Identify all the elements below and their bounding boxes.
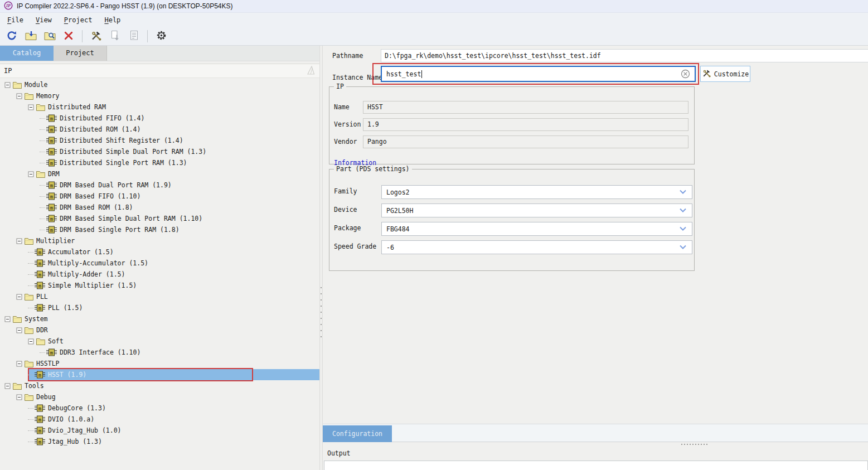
menu-project[interactable]: Project (58, 14, 99, 26)
folder-icon (25, 360, 33, 367)
tree-item-jtag-hub-1-3[interactable]: mJtag_Hub (1.3) (0, 436, 319, 447)
filter-icon[interactable] (306, 64, 316, 78)
tab-configuration[interactable]: Configuration (323, 425, 392, 442)
folder-import-icon (25, 31, 37, 42)
tree-item-pll-1-5[interactable]: mPLL (1.5) (0, 302, 319, 313)
ip-chip-icon: m (46, 114, 57, 122)
menu-help[interactable]: Help (98, 14, 127, 26)
output-console: Initializing ... (324, 461, 868, 470)
pathname-field[interactable]: D:\fpga_rk\demo\hsst_test\ipcore\hsst_te… (381, 49, 868, 62)
instance-name-label: Instance Name (332, 74, 382, 81)
svg-text:m: m (38, 306, 41, 311)
tree-item-drm-based-dual-port-ram-1-9[interactable]: mDRM Based Dual Port RAM (1.9) (0, 180, 319, 191)
collapse-icon[interactable] (4, 383, 11, 389)
tree-item-accumulator-1-5[interactable]: mAccumulator (1.5) (0, 246, 319, 258)
app-logo-icon: IP (4, 1, 13, 12)
tree-item-label: DDR (36, 326, 48, 334)
tree-item-drm-based-fifo-1-10[interactable]: mDRM Based FIFO (1.10) (0, 191, 319, 202)
tree-item-distributed-fifo-1-4[interactable]: mDistributed FIFO (1.4) (0, 113, 319, 124)
tree-item-ddr3-interface-1-10[interactable]: mDDR3 Interface (1.10) (0, 347, 319, 358)
menu-view[interactable]: View (30, 14, 58, 26)
tree-item-label: System (25, 315, 48, 323)
settings-button[interactable] (154, 29, 168, 43)
tree-item-dvio-jtag-hub-1-0[interactable]: mDvio_Jtag_Hub (1.0) (0, 425, 319, 436)
tree-item-distributed-rom-1-4[interactable]: mDistributed ROM (1.4) (0, 124, 319, 135)
tree-item-distributed-simple-dual-port-ram-1-3[interactable]: mDistributed Simple Dual Port RAM (1.3) (0, 146, 319, 157)
collapse-icon[interactable] (28, 104, 34, 110)
collapse-icon[interactable] (16, 238, 22, 244)
tab-project[interactable]: Project (54, 46, 107, 61)
delete-button[interactable] (61, 29, 76, 43)
svg-text:m: m (50, 205, 53, 211)
tree-item-distributed-single-port-ram-1-3[interactable]: mDistributed Single Port RAM (1.3) (0, 157, 319, 168)
tree-item-drm-based-single-port-ram-1-8[interactable]: mDRM Based Single Port RAM (1.8) (0, 224, 319, 235)
tree-item-label: PLL (36, 293, 48, 301)
tree-item-hsst-1-9[interactable]: mHSST (1.9) (0, 369, 319, 380)
collapse-icon[interactable] (16, 93, 22, 99)
tree-connector (40, 140, 45, 141)
tree-connector (28, 442, 33, 442)
tree-item-memory[interactable]: Memory (0, 90, 319, 101)
package-select[interactable]: FBG484 (381, 222, 692, 236)
tree-item-label: Distributed Shift Register (1.4) (60, 137, 183, 144)
tree-item-drm[interactable]: DRM (0, 168, 319, 180)
device-select[interactable]: PG2L50H (381, 203, 692, 217)
tree-item-distributed-shift-register-1-4[interactable]: mDistributed Shift Register (1.4) (0, 135, 319, 146)
tab-catalog[interactable]: Catalog (0, 46, 54, 61)
tree-item-hsstlp[interactable]: HSSTLP (0, 358, 319, 369)
refresh-button[interactable] (4, 29, 19, 43)
export-file-button (108, 29, 122, 43)
tree-item-pll[interactable]: PLL (0, 291, 319, 302)
tree-connector (28, 285, 33, 286)
svg-text:m: m (38, 261, 41, 267)
tree-item-label: Accumulator (1.5) (48, 248, 114, 256)
instance-name-input[interactable]: hsst_test (381, 66, 696, 82)
customize-tool-button[interactable] (89, 29, 103, 43)
tree-item-simple-multiplier-1-5[interactable]: mSimple Multiplier (1.5) (0, 280, 319, 291)
ip-chip-icon: m (46, 215, 57, 222)
tree-item-multiplier[interactable]: Multiplier (0, 235, 319, 246)
tree-item-module[interactable]: Module (0, 79, 319, 90)
tree-item-drm-based-simple-dual-port-ram-1-10[interactable]: mDRM Based Simple Dual Port RAM (1.10) (0, 213, 319, 224)
tree-item-multiply-adder-1-5[interactable]: mMultiply-Adder (1.5) (0, 269, 319, 280)
collapse-icon[interactable] (16, 394, 22, 400)
collapse-icon[interactable] (28, 171, 34, 177)
clear-icon[interactable] (681, 69, 690, 79)
tree-item-label: Jtag_Hub (1.3) (48, 438, 102, 445)
open-ip-button[interactable] (23, 29, 38, 43)
collapse-icon[interactable] (28, 338, 34, 345)
vendor-label: Vendor (334, 138, 357, 146)
menu-file[interactable]: File (1, 14, 30, 26)
tree-item-distributed-ram[interactable]: Distributed RAM (0, 101, 319, 113)
tree-item-system[interactable]: System (0, 313, 319, 324)
horizontal-splitter-grip[interactable] (681, 444, 707, 445)
customize-button[interactable]: Customize (700, 66, 750, 82)
ip-chip-icon: m (35, 259, 45, 267)
ip-chip-icon: m (46, 181, 57, 189)
version-field: 1.9 (363, 118, 688, 131)
collapse-icon[interactable] (16, 294, 22, 300)
ip-chip-icon: m (35, 248, 45, 256)
family-select[interactable]: Logos2 (381, 185, 692, 199)
collapse-icon[interactable] (16, 361, 22, 367)
search-ip-button[interactable] (42, 29, 57, 43)
collapse-icon[interactable] (4, 82, 11, 88)
tree-item-soft[interactable]: Soft (0, 336, 319, 347)
collapse-icon[interactable] (4, 316, 11, 322)
tree-item-debug[interactable]: Debug (0, 391, 319, 403)
svg-text:m: m (50, 138, 53, 144)
tree-connector (40, 219, 45, 219)
tree-item-label: Distributed ROM (1.4) (60, 125, 140, 133)
tree-item-multiply-accumulator-1-5[interactable]: mMultiply-Accumulator (1.5) (0, 258, 319, 269)
speed-grade-select[interactable]: -6 (381, 240, 692, 254)
tree-item-drm-based-rom-1-8[interactable]: mDRM Based ROM (1.8) (0, 202, 319, 213)
tree-connector (28, 263, 33, 264)
tree-item-tools[interactable]: Tools (0, 380, 319, 391)
tree-item-debugcore-1-3[interactable]: mDebugCore (1.3) (0, 403, 319, 414)
tree-item-ddr[interactable]: DDR (0, 324, 319, 336)
collapse-icon[interactable] (16, 327, 22, 333)
tree-item-dvio-1-0-a[interactable]: mDVIO (1.0.a) (0, 414, 319, 425)
splitter-grip[interactable] (321, 287, 322, 337)
tree-connector (40, 230, 45, 230)
package-label: Package (334, 224, 361, 232)
